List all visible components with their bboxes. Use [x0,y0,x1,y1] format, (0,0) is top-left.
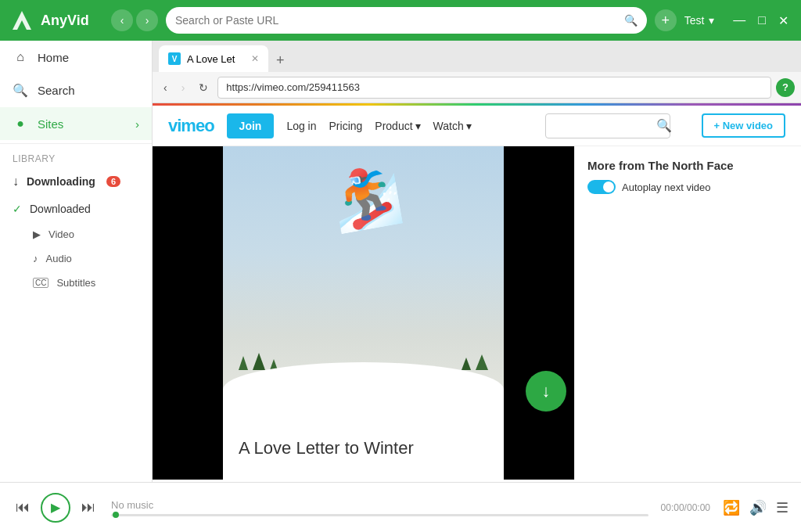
tab-close-button[interactable]: ✕ [251,53,259,64]
download-fab-button[interactable]: ↓ [526,371,566,412]
no-music-text: No music [111,499,648,511]
sidebar-item-home[interactable]: ⌂ Home [0,41,152,74]
sidebar-item-search[interactable]: 🔍 Search [0,74,152,107]
search-input[interactable] [175,14,618,27]
player-play-button[interactable]: ▶ [41,493,70,523]
repeat-button[interactable]: 🔁 [723,499,740,516]
more-from-title: More from The North Face [587,159,788,172]
library-label: Library [0,147,152,167]
progress-fill [113,512,119,518]
browser-forward-button[interactable]: › [177,78,190,97]
audio-label: Audio [46,253,72,264]
volume-button[interactable]: 🔊 [749,499,767,516]
product-chevron-icon: ▾ [415,120,421,132]
sidebar-sites-label: Sites [38,117,63,131]
sidebar-item-video[interactable]: ▶ Video [0,222,152,246]
vimeo-watch-label: Watch [433,120,464,132]
home-icon: ⌂ [13,50,28,64]
vimeo-pricing-link[interactable]: Pricing [329,120,363,132]
player-track: No music [111,499,648,516]
vimeo-search-input[interactable] [545,113,670,138]
browser-nav: ‹ › ↻ ? [153,72,801,103]
user-chevron-icon: ▾ [709,14,714,27]
sidebar-divider [0,143,152,144]
video-frame[interactable]: 🏂 [223,146,504,417]
downloading-label: Downloading [27,175,95,188]
autoplay-toggle[interactable] [587,180,616,194]
video-title-bar: A Love Letter to Winter [223,417,504,480]
back-button[interactable]: ‹ [111,9,133,31]
browser-back-button[interactable]: ‹ [159,78,172,97]
sidebar-item-audio[interactable]: ♪ Audio [0,246,152,271]
top-bar: AnyVid ‹ › 🔍 + Test ▾ — □ ✕ [0,0,801,41]
subtitles-label: Subtitles [56,277,95,289]
vimeo-watch-dropdown[interactable]: Watch ▾ [433,120,472,132]
repeat-icon: 🔁 [723,499,740,516]
time-display: 00:00/00:00 [661,502,710,513]
window-controls: — □ ✕ [730,13,792,28]
close-button[interactable]: ✕ [775,13,792,28]
downloading-badge: 6 [106,176,120,187]
sidebar-item-subtitles[interactable]: CC Subtitles [0,271,152,295]
player-prev-button[interactable]: ⏮ [13,496,33,519]
minimize-button[interactable]: — [730,13,749,28]
video-black-left [153,146,223,480]
app-name: AnyVid [41,13,89,29]
vimeo-header: vimeo Join Log in Pricing Product ▾ Watc… [153,106,801,146]
forward-button[interactable]: › [136,9,158,31]
search-bar: 🔍 [166,7,647,34]
sidebar-item-sites[interactable]: ● Sites › [0,107,152,140]
user-menu[interactable]: Test ▾ [684,14,715,27]
autoplay-label: Autoplay next video [622,182,710,193]
sidebar-item-downloading[interactable]: ↓ Downloading 6 [0,167,152,196]
download-arrow-icon: ↓ [13,174,19,189]
bottom-player: ⏮ ▶ ⏭ No music 00:00/00:00 🔁 🔊 ☰ [0,482,801,532]
browser-refresh-button[interactable]: ↻ [194,78,213,97]
video-container: 🏂 A Love Letter to Winter More from The … [153,146,801,480]
player-next-button[interactable]: ⏭ [78,496,99,519]
url-bar[interactable] [217,77,771,99]
maximize-button[interactable]: □ [755,13,769,28]
video-title: A Love Letter to Winter [239,438,414,458]
volume-icon: 🔊 [749,499,767,516]
search-icon: 🔍 [624,14,638,27]
vimeo-new-video-button[interactable]: + New video [702,113,786,138]
vimeo-nav: Log in Pricing Product ▾ Watch ▾ [286,120,471,132]
downloaded-label: Downloaded [30,203,91,215]
vimeo-product-label: Product [375,120,412,132]
browser-area: V A Love Let ✕ + ‹ › ↻ ? vimeo Join Log … [153,41,801,482]
queue-icon: ☰ [776,499,788,516]
video-play-icon: ▶ [33,228,41,240]
play-icon: ▶ [51,500,60,515]
add-tab-browser-button[interactable]: + [270,52,291,69]
queue-button[interactable]: ☰ [776,499,788,516]
autoplay-row: Autoplay next video [587,180,788,194]
tab-label: A Love Let [187,53,235,65]
browser-tab[interactable]: V A Love Let ✕ [159,45,268,72]
sidebar-item-downloaded[interactable]: ✓ Downloaded [0,196,152,222]
sites-icon: ● [13,117,28,131]
nav-arrows: ‹ › [111,9,158,31]
username: Test [684,14,705,27]
vimeo-join-button[interactable]: Join [227,113,275,138]
vimeo-page: vimeo Join Log in Pricing Product ▾ Watc… [153,106,801,482]
download-fab-icon: ↓ [542,381,551,401]
vimeo-logo: vimeo [168,116,214,136]
search-sidebar-icon: 🔍 [13,83,28,98]
app-logo: AnyVid [9,8,103,33]
sidebar: ⌂ Home 🔍 Search ● Sites › Library ↓ Down… [0,41,153,482]
vimeo-search-right: 🔍 + New video [545,113,786,138]
vimeo-search-icon: 🔍 [656,118,672,133]
vimeo-product-dropdown[interactable]: Product ▾ [375,120,420,132]
sidebar-search-label: Search [38,84,75,97]
subtitles-cc-icon: CC [33,278,48,288]
sidebar-home-label: Home [38,51,69,64]
audio-note-icon: ♪ [33,253,38,264]
progress-bar[interactable] [111,514,648,516]
add-tab-button[interactable]: + [655,9,677,31]
vimeo-login-link[interactable]: Log in [286,120,316,132]
downloaded-check-icon: ✓ [13,203,22,215]
tab-favicon: V [168,52,181,65]
help-button[interactable]: ? [776,78,795,97]
watch-chevron-icon: ▾ [466,120,472,132]
